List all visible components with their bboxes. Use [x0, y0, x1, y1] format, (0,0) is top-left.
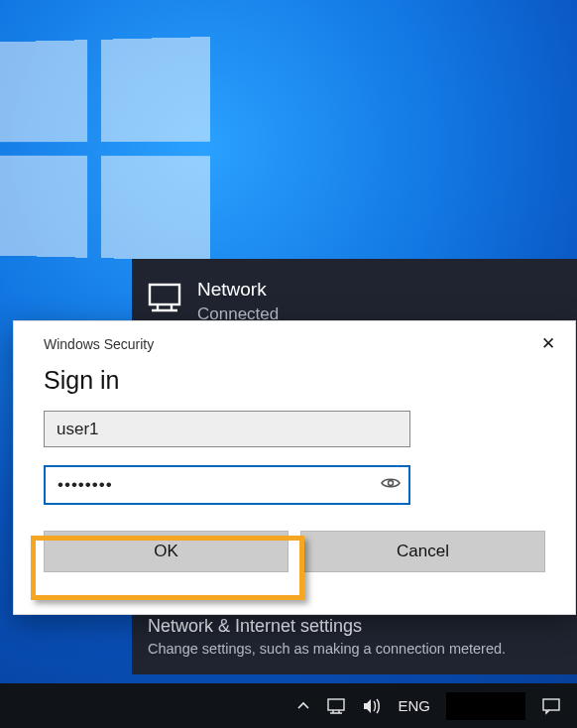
network-settings-link[interactable]: Network & Internet settings — [148, 616, 561, 637]
svg-rect-0 — [150, 285, 179, 304]
action-center-icon[interactable] — [537, 683, 565, 728]
svg-rect-2 — [328, 699, 344, 710]
dialog-heading: Sign in — [44, 366, 545, 395]
ok-button[interactable]: OK — [44, 531, 288, 572]
network-settings-description: Change settings, such as making a connec… — [148, 641, 561, 657]
reveal-password-icon[interactable] — [381, 476, 401, 494]
taskbar: ENG — [0, 683, 577, 728]
network-name: Network — [197, 279, 279, 301]
cancel-button[interactable]: Cancel — [300, 531, 545, 572]
windows-logo-background — [0, 37, 210, 261]
ethernet-icon — [148, 283, 181, 312]
svg-rect-3 — [543, 699, 559, 710]
windows-security-dialog: Windows Security ✕ Sign in OK Cancel — [13, 320, 576, 615]
volume-tray-icon[interactable] — [358, 683, 386, 728]
tray-overflow-icon[interactable] — [292, 683, 314, 728]
password-field[interactable] — [44, 465, 410, 505]
svg-point-1 — [389, 481, 394, 486]
clock-placeholder — [446, 692, 525, 720]
network-tray-icon[interactable] — [322, 683, 350, 728]
dialog-title: Windows Security — [44, 336, 154, 352]
close-icon[interactable]: ✕ — [535, 331, 561, 356]
language-indicator[interactable]: ENG — [394, 683, 434, 728]
username-field[interactable] — [44, 411, 410, 447]
clock-area[interactable] — [442, 683, 529, 728]
